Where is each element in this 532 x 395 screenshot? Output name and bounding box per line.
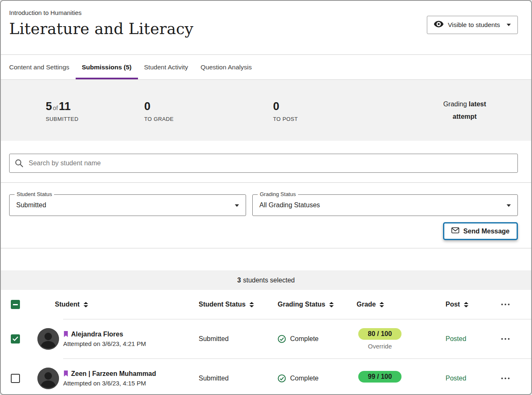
avatar xyxy=(37,328,59,350)
student-status-cell: Submitted xyxy=(192,335,271,343)
sort-icon xyxy=(464,302,468,307)
sort-icon xyxy=(329,302,334,307)
post-status[interactable]: Posted xyxy=(425,375,495,382)
eye-icon xyxy=(434,21,443,29)
table-row: Alejandra Flores Attempted on 3/6/23, 4:… xyxy=(1,319,531,358)
student-cell: Zeen | Farzeen Muhammad Attempted on 3/6… xyxy=(27,368,192,389)
complete-check-icon xyxy=(278,374,286,383)
tab-content-and-settings[interactable]: Content and Settings xyxy=(9,55,76,79)
submitted-total: 11 xyxy=(59,100,71,113)
sort-icon xyxy=(84,302,88,307)
student-name: Alejandra Flores xyxy=(71,331,123,338)
selected-count: 3 xyxy=(237,277,241,284)
row-checkbox[interactable] xyxy=(11,374,20,383)
table-options-menu[interactable] xyxy=(495,299,531,309)
column-label: Student Status xyxy=(199,301,246,308)
grading-status-text: Complete xyxy=(290,335,318,343)
send-message-button[interactable]: Send Message xyxy=(443,222,518,240)
column-header-post[interactable]: Post xyxy=(425,301,495,308)
grading-note-prefix: Grading xyxy=(443,101,467,108)
selection-summary: 3 students selected xyxy=(1,270,531,290)
send-message-row: Send Message xyxy=(9,222,518,240)
table-header-row: Student Student Status Grading Status Gr… xyxy=(1,290,531,319)
student-name: Zeen | Farzeen Muhammad xyxy=(71,370,156,378)
row-options-menu[interactable] xyxy=(495,334,531,344)
chevron-down-icon xyxy=(507,204,511,207)
student-status-select[interactable]: Student Status Submitted xyxy=(9,194,246,216)
indeterminate-mark xyxy=(13,304,18,305)
visibility-button[interactable]: Visible to students xyxy=(427,16,518,34)
header-titles: Introduction to Humanities Literature an… xyxy=(9,9,193,38)
search-bar xyxy=(9,154,518,173)
selected-suffix: students selected xyxy=(243,277,295,284)
to-grade-count: 0 xyxy=(144,100,273,113)
grade-value: 80 xyxy=(368,330,375,337)
student-text: Alejandra Flores Attempted on 3/6/23, 4:… xyxy=(63,331,146,347)
student-cell: Alejandra Flores Attempted on 3/6/23, 4:… xyxy=(27,328,192,350)
stat-to-post: 0 TO POST xyxy=(273,98,298,122)
chevron-down-icon xyxy=(235,204,239,207)
column-label: Student xyxy=(55,301,80,308)
column-header-grading-status[interactable]: Grading Status xyxy=(271,301,350,308)
row-select-cell xyxy=(1,374,27,383)
stats-bar: 5of11 SUBMITTED 0 TO GRADE 0 TO POST Gra… xyxy=(1,80,531,141)
tab-bar: Content and Settings Submissions (5) Stu… xyxy=(1,55,531,80)
header: Introduction to Humanities Literature an… xyxy=(1,1,531,55)
complete-check-icon xyxy=(278,335,286,343)
stat-submitted-value: 5of11 xyxy=(46,100,144,113)
grade-pill[interactable]: 99 / 100 xyxy=(358,371,401,383)
grading-status-value: All Grading Statuses xyxy=(253,195,517,216)
grade-cell: 80 / 100 Override xyxy=(350,328,425,350)
attempt-timestamp: Attempted on 3/6/23, 4:21 PM xyxy=(63,340,146,347)
submitted-of: of xyxy=(52,104,59,111)
stat-to-grade-label: TO GRADE xyxy=(144,116,273,122)
accommodations-flag-icon xyxy=(63,370,69,377)
column-header-grade[interactable]: Grade xyxy=(350,301,425,308)
column-header-student-status[interactable]: Student Status xyxy=(192,301,271,308)
tab-submissions[interactable]: Submissions (5) xyxy=(76,55,138,79)
envelope-icon xyxy=(451,227,459,235)
column-header-student[interactable]: Student xyxy=(27,301,192,308)
override-label: Override xyxy=(368,343,392,350)
row-options-menu[interactable] xyxy=(495,373,531,383)
stat-submitted-label: SUBMITTED xyxy=(46,116,144,122)
submissions-table: 3 students selected Student Student Stat… xyxy=(1,270,531,395)
student-name-link[interactable]: Alejandra Flores xyxy=(63,331,146,338)
grade-pill[interactable]: 80 / 100 xyxy=(358,328,401,340)
grading-status-label: Grading Status xyxy=(258,191,298,197)
check-mark-icon xyxy=(12,336,18,341)
grading-status-text: Complete xyxy=(290,375,318,382)
student-status-label: Student Status xyxy=(15,191,54,197)
student-name-link[interactable]: Zeen | Farzeen Muhammad xyxy=(63,370,156,378)
page-title: Literature and Literacy xyxy=(9,20,193,38)
sort-icon xyxy=(249,302,254,307)
send-message-label: Send Message xyxy=(463,228,510,235)
submitted-count: 5 xyxy=(46,100,52,113)
student-status-value: Submitted xyxy=(10,195,246,216)
grading-status-select[interactable]: Grading Status All Grading Statuses xyxy=(252,194,518,216)
accommodations-flag-icon xyxy=(63,331,69,338)
tab-student-activity[interactable]: Student Activity xyxy=(138,55,195,79)
grading-status-cell: Complete xyxy=(271,374,350,383)
select-all-cell xyxy=(1,300,27,309)
column-label: Grade xyxy=(357,301,376,308)
sort-icon xyxy=(379,302,384,307)
row-select-cell xyxy=(1,334,27,343)
student-status-cell: Submitted xyxy=(192,375,271,382)
grade-cell: 99 / 100 xyxy=(350,371,425,386)
select-all-checkbox[interactable] xyxy=(11,300,20,309)
post-status[interactable]: Posted xyxy=(425,335,495,343)
course-breadcrumb: Introduction to Humanities xyxy=(9,9,193,16)
grade-max: / 100 xyxy=(377,373,392,380)
search-icon xyxy=(15,159,23,169)
filter-row: Student Status Submitted Grading Status … xyxy=(9,194,518,216)
stat-submitted: 5of11 SUBMITTED xyxy=(46,98,144,122)
row-checkbox[interactable] xyxy=(11,334,20,343)
stat-to-post-label: TO POST xyxy=(273,116,298,122)
tab-question-analysis[interactable]: Question Analysis xyxy=(194,55,258,79)
grading-status-cell: Complete xyxy=(271,335,350,343)
search-input[interactable] xyxy=(9,154,518,173)
student-text: Zeen | Farzeen Muhammad Attempted on 3/6… xyxy=(63,370,156,387)
grade-max: / 100 xyxy=(377,330,392,337)
grade-value: 99 xyxy=(368,373,375,380)
